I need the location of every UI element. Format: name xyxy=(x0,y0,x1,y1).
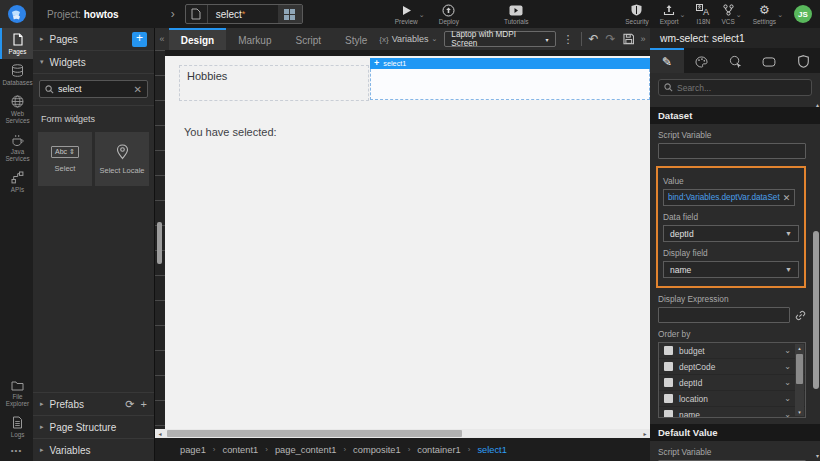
collapse-right-panel-icon[interactable]: » xyxy=(636,28,650,50)
page-structure-expander-icon[interactable]: ▸ xyxy=(40,423,44,431)
scroll-left-arrow-icon[interactable]: ◂ xyxy=(155,429,165,438)
chevron-down-icon[interactable]: ⌄ xyxy=(784,394,791,403)
order-by-option-deptid[interactable]: deptId ⌄ xyxy=(659,375,805,391)
properties-scroll-thumb[interactable] xyxy=(813,231,819,389)
data-field-select[interactable]: deptId ▼ xyxy=(663,225,799,242)
rail-overflow-icon[interactable]: ••• xyxy=(0,442,33,461)
select1-selection-bar[interactable]: + select1 xyxy=(370,58,650,69)
wavemaker-logo[interactable] xyxy=(0,0,33,28)
i18n-button[interactable]: A I18N xyxy=(696,4,710,25)
horizontal-scroll-track[interactable] xyxy=(165,429,640,438)
order-by-option-location[interactable]: location ⌄ xyxy=(659,391,805,407)
canvas-more-menu-icon[interactable]: ⋮ xyxy=(563,33,574,46)
chevron-down-icon[interactable]: ⌄ xyxy=(784,410,791,418)
tab-design[interactable]: Design xyxy=(169,28,226,50)
canvas-horizontal-scrollbar[interactable]: ◂ ▸ xyxy=(155,429,650,438)
breadcrumb-select1[interactable]: select1 xyxy=(477,445,506,455)
horizontal-scroll-thumb[interactable] xyxy=(167,430,462,437)
save-icon[interactable] xyxy=(623,33,635,45)
canvas-vertical-scrollbar-thumb[interactable] xyxy=(157,222,162,264)
pages-section-header[interactable]: ▸ Pages + xyxy=(33,28,154,51)
widget-tile-select-locale[interactable]: Select Locale xyxy=(95,132,149,186)
rail-item-apis[interactable]: APIs xyxy=(0,166,33,197)
tab-styles[interactable] xyxy=(684,48,718,73)
move-handle-icon[interactable]: + xyxy=(374,59,379,68)
collapse-left-panel-icon[interactable]: « xyxy=(155,28,169,50)
rail-item-file-explorer[interactable]: File Explorer xyxy=(0,375,33,411)
rail-item-databases[interactable]: Databases xyxy=(0,59,33,90)
chevron-down-icon[interactable]: ⌄ xyxy=(784,362,791,371)
widget-tile-select[interactable]: Abc ⇕ Select xyxy=(38,132,92,186)
value-binding-input[interactable]: bind:Variables.deptVar.dataSet ✕ xyxy=(663,189,795,206)
rail-item-pages[interactable]: Pages xyxy=(0,28,33,59)
select1-widget[interactable]: + select1 xyxy=(370,58,650,100)
breadcrumb-container1[interactable]: container1 xyxy=(417,445,460,455)
select1-input-area[interactable] xyxy=(370,69,650,100)
order-by-scroll-thumb[interactable] xyxy=(796,354,803,384)
tab-properties[interactable]: ✎ xyxy=(650,48,684,73)
order-by-scrollbar[interactable]: ▴ ▾ xyxy=(795,344,804,416)
label-widget-hobbies[interactable]: Hobbies xyxy=(179,65,369,101)
checkbox[interactable] xyxy=(664,346,673,355)
security-button[interactable]: Security xyxy=(625,4,648,25)
scroll-right-arrow-icon[interactable]: ▸ xyxy=(640,429,650,438)
scroll-up-arrow-icon[interactable]: ▴ xyxy=(798,344,801,352)
rail-item-logs[interactable]: Logs xyxy=(0,411,33,442)
tab-script[interactable]: Script xyxy=(283,28,333,50)
undo-icon[interactable]: ↶ xyxy=(589,33,599,45)
vcs-caret-icon[interactable]: ⌄ xyxy=(736,11,742,25)
scroll-down-arrow-icon[interactable]: ▾ xyxy=(798,408,801,416)
widget-search-box[interactable]: ✕ xyxy=(39,80,148,98)
scroll-down-arrow-icon[interactable]: ▾ xyxy=(816,452,819,459)
add-prefab-icon[interactable]: + xyxy=(141,398,147,410)
widget-search-input[interactable] xyxy=(58,84,130,94)
display-expression-input[interactable] xyxy=(658,307,790,323)
variables-dropdown[interactable]: {x} Variables ⌄ xyxy=(379,34,437,44)
add-page-button[interactable]: + xyxy=(132,32,147,47)
rail-item-web-services[interactable]: Web Services xyxy=(0,90,33,128)
export-caret-icon[interactable]: ⌄ xyxy=(680,11,686,25)
widgets-expander-icon[interactable]: ▾ xyxy=(40,58,44,66)
clear-binding-icon[interactable]: ✕ xyxy=(783,193,791,203)
variables-expander-icon[interactable]: ▸ xyxy=(40,446,44,454)
script-variable-input[interactable] xyxy=(658,143,806,159)
deploy-button[interactable]: Deploy xyxy=(439,4,459,25)
tab-style[interactable]: Style xyxy=(333,28,379,50)
properties-scrollbar[interactable]: ▴ ▾ xyxy=(811,101,820,461)
tutorials-button[interactable]: Tutorials xyxy=(504,4,529,25)
preview-caret-icon[interactable]: ⌄ xyxy=(419,11,425,25)
chevron-down-icon[interactable]: ⌄ xyxy=(784,346,791,355)
settings-button[interactable]: ⚙ Settings xyxy=(753,4,777,25)
order-by-option-name[interactable]: name ⌄ xyxy=(659,407,805,418)
tab-device[interactable] xyxy=(752,48,786,73)
active-page-tab[interactable]: select* xyxy=(185,4,303,24)
tab-security[interactable] xyxy=(786,48,820,73)
settings-caret-icon[interactable]: ⌄ xyxy=(777,11,783,25)
order-by-option-budget[interactable]: budget ⌄ xyxy=(659,343,805,359)
properties-search-input[interactable] xyxy=(677,83,806,93)
redo-icon[interactable]: ↷ xyxy=(606,33,616,45)
refresh-prefabs-icon[interactable]: ⟳ xyxy=(125,398,134,411)
prefabs-section-header[interactable]: ▸ Prefabs ⟳ + xyxy=(33,392,154,415)
breadcrumb-page1[interactable]: page1 xyxy=(180,445,206,455)
prefabs-expander-icon[interactable]: ▸ xyxy=(40,400,44,408)
rail-item-java-services[interactable]: Java Services xyxy=(0,128,33,166)
display-field-select[interactable]: name ▼ xyxy=(663,261,799,278)
device-selector[interactable]: Laptop with MDPI Screen ▾ xyxy=(444,31,555,47)
breadcrumb-content1[interactable]: content1 xyxy=(223,445,259,455)
variables-section-header[interactable]: ▸ Variables xyxy=(33,438,154,461)
tab-events[interactable] xyxy=(718,48,752,73)
export-button[interactable]: Export xyxy=(660,4,679,25)
vcs-button[interactable]: VCS xyxy=(721,4,734,25)
checkbox[interactable] xyxy=(664,362,673,371)
preview-button[interactable]: Preview xyxy=(395,4,418,25)
order-by-option-deptcode[interactable]: deptCode ⌄ xyxy=(659,359,805,375)
user-avatar[interactable]: JS xyxy=(794,5,812,23)
tab-markup[interactable]: Markup xyxy=(226,28,283,50)
widgets-section-header[interactable]: ▾ Widgets xyxy=(33,51,154,74)
pages-expander-icon[interactable]: ▸ xyxy=(40,35,44,43)
scroll-up-arrow-icon[interactable]: ▴ xyxy=(816,101,819,108)
chevron-down-icon[interactable]: ⌄ xyxy=(784,378,791,387)
breadcrumb-page-content1[interactable]: page_content1 xyxy=(275,445,337,455)
checkbox[interactable] xyxy=(664,378,673,387)
